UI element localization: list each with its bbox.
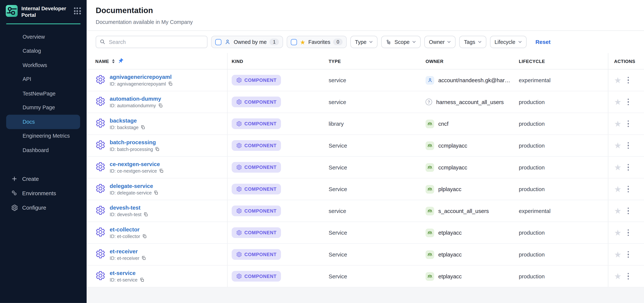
sidebar-accent-rule	[6, 23, 80, 24]
type-cell: service	[324, 98, 421, 106]
search-input[interactable]	[96, 36, 208, 48]
entity-id-text: ID: et-collector	[110, 234, 140, 239]
entity-name-link[interactable]: et-receiver	[110, 248, 146, 254]
kebab-menu-icon[interactable]	[627, 98, 630, 106]
favorite-star-icon[interactable]: ★	[614, 250, 622, 258]
sidebar-item-catalog[interactable]: Catalog	[6, 44, 80, 58]
favorite-star-icon[interactable]: ★	[614, 120, 622, 128]
copy-icon[interactable]	[159, 169, 164, 173]
owner-cell: ccmplayacc	[422, 141, 515, 150]
owner-group-icon	[426, 119, 434, 128]
favorite-star-icon[interactable]: ★	[614, 163, 622, 171]
type-cell: Service	[324, 142, 421, 149]
kebab-menu-icon[interactable]	[627, 76, 630, 84]
entity-name-link[interactable]: batch-processing	[110, 139, 160, 146]
kebab-menu-icon[interactable]	[627, 250, 630, 258]
favorite-star-icon[interactable]: ★	[614, 228, 622, 237]
sidebar-item-dummy-page[interactable]: Dummy Page	[6, 101, 80, 115]
sidebar-item-docs[interactable]: Docs	[6, 115, 80, 129]
favorites-checkbox[interactable]	[291, 39, 297, 45]
owner-dropdown[interactable]: Owner	[424, 36, 456, 48]
type-dropdown[interactable]: Type	[350, 36, 378, 48]
favorites-count: 0	[333, 39, 343, 45]
gear-icon	[11, 204, 18, 211]
kind-cell: COMPONENT	[228, 271, 324, 281]
favorites-filter[interactable]: ★ Favorites 0	[287, 36, 347, 48]
scope-dropdown[interactable]: Scope	[381, 36, 421, 48]
copy-icon[interactable]	[168, 82, 173, 86]
copy-icon[interactable]	[140, 277, 144, 282]
entity-name-link[interactable]: backstage	[110, 118, 146, 124]
person-icon	[224, 39, 231, 45]
entity-name-link[interactable]: agnivagenericrepoyaml	[110, 74, 173, 80]
entity-name-link[interactable]: et-collector	[110, 226, 147, 233]
favorite-star-icon[interactable]: ★	[614, 98, 622, 106]
chip-gear-icon	[236, 121, 242, 127]
copy-icon[interactable]	[140, 125, 145, 130]
copy-icon[interactable]	[154, 190, 158, 195]
column-header-name[interactable]: NAME	[86, 53, 228, 69]
chip-gear-icon	[236, 99, 242, 105]
kebab-menu-icon[interactable]	[627, 163, 630, 171]
favorite-star-icon[interactable]: ★	[614, 141, 622, 150]
sidebar-item-workflows[interactable]: Workflows	[6, 58, 80, 72]
portal-title: Internal Developer Portal	[21, 5, 74, 19]
sidebar-item-configure[interactable]: Configure	[0, 200, 86, 215]
name-cell: et-collector ID: et-collector	[86, 222, 228, 243]
kebab-menu-icon[interactable]	[627, 185, 630, 193]
entity-name-link[interactable]: automation-dummy	[110, 96, 163, 102]
page-header: Documentation Documentation available in…	[86, 0, 644, 31]
owned-by-me-checkbox[interactable]	[215, 39, 222, 45]
owner-name: etplayacc	[438, 251, 465, 258]
favorite-star-icon[interactable]: ★	[614, 76, 622, 84]
actions-cell: ★	[608, 113, 644, 134]
component-gear-icon	[96, 96, 106, 108]
kind-chip: COMPONENT	[232, 162, 281, 173]
sidebar-item-environments[interactable]: Environments	[0, 186, 86, 200]
lifecycle-dropdown[interactable]: Lifecycle	[490, 36, 526, 48]
kebab-menu-icon[interactable]	[627, 272, 630, 280]
entity-id-text: ID: backstage	[110, 125, 139, 130]
entity-name-link[interactable]: delegate-service	[110, 183, 158, 189]
pin-icon[interactable]	[117, 58, 124, 64]
table-row: agnivagenericrepoyaml ID: agnivagenericr…	[86, 70, 644, 91]
copy-icon[interactable]	[141, 256, 146, 260]
chip-gear-icon	[236, 143, 242, 149]
sidebar-item-dashboard[interactable]: Dashboard	[6, 143, 80, 157]
copy-icon[interactable]	[155, 147, 160, 152]
sidebar-item-api[interactable]: API	[6, 72, 80, 86]
entity-id-text: ID: delegate-service	[110, 190, 152, 195]
copy-icon[interactable]	[158, 103, 162, 108]
owned-by-me-filter[interactable]: Owned by me 1	[211, 36, 283, 48]
kebab-menu-icon[interactable]	[627, 120, 630, 128]
scope-dropdown-label: Scope	[394, 39, 410, 45]
kebab-menu-icon[interactable]	[627, 141, 630, 150]
sidebar-item-overview[interactable]: Overview	[6, 30, 80, 44]
owned-by-me-label: Owned by me	[234, 39, 266, 45]
copy-icon[interactable]	[144, 212, 148, 217]
sidebar-item-create[interactable]: Create	[0, 172, 86, 186]
table-body: agnivagenericrepoyaml ID: agnivagenericr…	[86, 70, 644, 287]
kind-cell: COMPONENT	[228, 205, 324, 216]
favorite-star-icon[interactable]: ★	[614, 207, 622, 215]
apps-grid-icon[interactable]	[74, 8, 81, 15]
favorite-star-icon[interactable]: ★	[614, 185, 622, 193]
entity-name-link[interactable]: ce-nextgen-service	[110, 161, 164, 167]
kebab-menu-icon[interactable]	[627, 207, 630, 215]
entity-name-link[interactable]: devesh-test	[110, 205, 148, 211]
lifecycle-cell: production	[515, 120, 608, 128]
chevron-down-icon	[447, 39, 451, 45]
sidebar-item-engineering-metrics[interactable]: Engineering Metrics	[6, 129, 80, 143]
component-gear-icon	[96, 118, 106, 130]
type-cell: Service	[324, 229, 421, 236]
favorite-star-icon[interactable]: ★	[614, 272, 622, 280]
tags-dropdown[interactable]: Tags	[460, 36, 486, 48]
kind-cell: COMPONENT	[228, 249, 324, 260]
sort-icon[interactable]	[112, 59, 114, 63]
sidebar-item-testnewpage[interactable]: TestNewPage	[6, 86, 80, 101]
kebab-menu-icon[interactable]	[627, 228, 630, 237]
component-gear-icon	[96, 205, 106, 217]
entity-name-link[interactable]: et-service	[110, 270, 144, 276]
copy-icon[interactable]	[142, 234, 147, 239]
reset-filters-button[interactable]: Reset	[535, 39, 550, 45]
